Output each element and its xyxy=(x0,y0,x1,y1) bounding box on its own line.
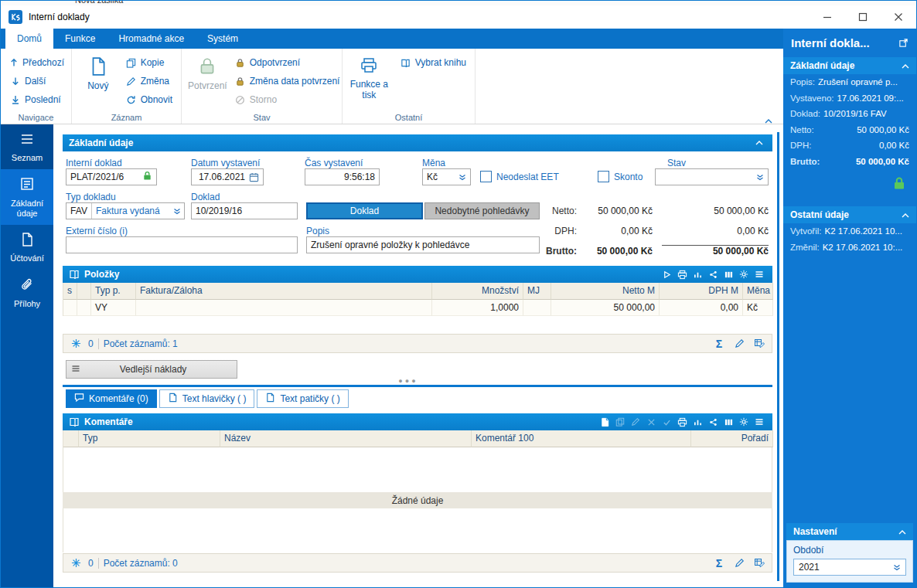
vybrat-knihu-button[interactable]: Vybrat knihu xyxy=(397,53,469,72)
tab-text-hlavicky[interactable]: Text hlavičky ( ) xyxy=(159,389,255,408)
tab-system[interactable]: Systém xyxy=(196,29,250,49)
zmena-button[interactable]: Změna xyxy=(123,72,175,90)
vertical-splitter[interactable] xyxy=(777,132,779,581)
new-document-icon[interactable] xyxy=(598,415,612,429)
maximize-button[interactable] xyxy=(845,5,881,29)
columns-icon[interactable] xyxy=(721,267,735,281)
datum-vystaveni-field[interactable]: 17.06.2021 xyxy=(191,168,264,185)
col-header-blank[interactable] xyxy=(63,430,79,447)
mena-combo[interactable]: Kč xyxy=(422,168,471,185)
col-header-poradi[interactable]: Pořadí xyxy=(691,430,773,447)
columns-icon[interactable] xyxy=(721,415,735,429)
delete-icon[interactable] xyxy=(644,415,658,429)
neodeslat-eet-checkbox[interactable]: Neodeslat EET xyxy=(480,171,559,182)
tab-text-paticky[interactable]: Text patičky ( ) xyxy=(257,389,348,408)
col-header-mena[interactable]: Měna xyxy=(743,283,773,300)
col-header-faktura-zaloha[interactable]: Faktura/Záloha xyxy=(136,283,432,300)
funkce-a-tisk-button[interactable]: Funkce a tisk xyxy=(349,53,390,110)
tab-funkce[interactable]: Funkce xyxy=(53,29,107,49)
menu-icon[interactable] xyxy=(752,267,766,281)
predchozi-button[interactable]: Předchozí xyxy=(7,53,65,72)
chevron-down-icon[interactable] xyxy=(756,174,764,181)
sidebar-item-uctovani[interactable]: Účtování xyxy=(1,225,53,270)
sum-icon[interactable]: Σ xyxy=(711,338,727,350)
col-header-nazev[interactable]: Název xyxy=(220,430,472,447)
col-header-komentar[interactable]: Komentář 100 xyxy=(472,430,691,447)
print-icon[interactable] xyxy=(675,267,689,281)
checkbox-icon[interactable] xyxy=(480,171,492,182)
stav-combo[interactable] xyxy=(655,168,769,185)
splitter-handle[interactable]: ●●● xyxy=(53,378,763,384)
open-external-icon[interactable] xyxy=(896,36,910,49)
doklad-button[interactable]: Doklad xyxy=(306,202,423,219)
chevron-down-icon[interactable] xyxy=(458,174,466,181)
collapse-chevron-icon[interactable] xyxy=(902,209,909,220)
tab-domu[interactable]: Domů xyxy=(5,29,53,49)
kopie-button[interactable]: Kopie xyxy=(123,53,175,72)
section-header-ostatni-udaje[interactable]: Ostatní údaje xyxy=(783,206,916,223)
settings-gear-icon[interactable] xyxy=(737,267,751,281)
collapse-chevron-icon[interactable] xyxy=(902,60,909,71)
section-header-nastaveni[interactable]: Nastavení xyxy=(786,523,913,540)
col-header-netto-m[interactable]: Netto M xyxy=(551,283,660,300)
sidebar-item-seznam[interactable]: Seznam xyxy=(1,124,53,169)
close-button[interactable] xyxy=(881,5,916,29)
tab-komentare[interactable]: Komentáře (0) xyxy=(66,389,157,408)
obdobi-combo[interactable]: 2021 xyxy=(793,559,906,576)
potvrzeni-button[interactable]: Potvrzení xyxy=(188,53,227,110)
snowflake-icon[interactable] xyxy=(68,558,84,568)
vedlejsi-naklady-button[interactable]: Vedlejší náklady xyxy=(66,360,237,379)
externi-cislo-field[interactable] xyxy=(66,236,298,253)
novy-button[interactable]: Nový xyxy=(78,53,118,110)
chevron-down-icon[interactable] xyxy=(173,208,181,215)
col-header-dph-m[interactable]: DPH M xyxy=(660,283,743,300)
grid-edit-icon[interactable] xyxy=(752,338,767,349)
interni-doklad-field[interactable]: PLAT/2021/6 xyxy=(66,168,157,185)
chart-icon[interactable] xyxy=(690,267,704,281)
edit-pencil-icon[interactable] xyxy=(731,338,747,348)
section-header-zakladni-udaje[interactable]: Základní údaje xyxy=(783,57,916,74)
edit-pencil-icon[interactable] xyxy=(629,415,643,429)
table-row[interactable]: VY 1,0000 50 000,00 0,00 Kč xyxy=(63,300,772,316)
check-icon[interactable] xyxy=(660,415,673,429)
share-nodes-icon[interactable] xyxy=(706,415,720,429)
menu-icon[interactable] xyxy=(752,415,766,429)
cas-vystaveni-field[interactable]: 9:56:18 xyxy=(305,168,380,185)
tab-hromadne-akce[interactable]: Hromadné akce xyxy=(107,29,196,49)
popis-field[interactable]: Zrušení opravné položky k pohledávce xyxy=(306,236,540,253)
collapse-chevron-icon[interactable] xyxy=(752,136,766,150)
collapse-chevron-icon[interactable] xyxy=(898,526,906,537)
minimize-button[interactable] xyxy=(810,5,845,29)
snowflake-icon[interactable] xyxy=(68,338,84,348)
copy-icon[interactable] xyxy=(613,415,627,429)
col-header-typ-p[interactable]: Typ p. xyxy=(91,283,136,300)
calendar-icon[interactable] xyxy=(249,172,259,182)
chevron-down-icon[interactable] xyxy=(893,564,901,571)
dalsi-button[interactable]: Další xyxy=(7,72,65,90)
checkbox-icon[interactable] xyxy=(598,171,609,182)
col-header-icon[interactable] xyxy=(77,283,91,300)
grid-edit-icon[interactable] xyxy=(752,558,767,569)
storno-button[interactable]: Storno xyxy=(232,90,343,109)
print-icon[interactable] xyxy=(675,415,689,429)
run-icon[interactable] xyxy=(660,267,673,281)
col-header-mj[interactable]: MJ xyxy=(523,283,551,300)
share-nodes-icon[interactable] xyxy=(706,267,720,281)
sidebar-item-prilohy[interactable]: Přílohy xyxy=(1,270,53,314)
horizontal-splitter[interactable] xyxy=(63,385,772,387)
doklad-field[interactable]: 10/2019/16 xyxy=(191,202,298,219)
typ-dokladu-combo[interactable]: FAV Faktura vydaná xyxy=(66,202,185,219)
edit-pencil-icon[interactable] xyxy=(731,558,747,568)
ribbon-collapse-button[interactable] xyxy=(765,115,772,126)
nedobytne-pohledavky-button[interactable]: Nedobytné pohledávky xyxy=(424,202,540,219)
col-header-typ[interactable]: Typ xyxy=(79,430,220,447)
sum-icon[interactable]: Σ xyxy=(711,557,727,569)
col-header-mnozstvi[interactable]: Množství xyxy=(432,283,523,300)
chart-icon[interactable] xyxy=(690,415,704,429)
col-header-s[interactable]: s xyxy=(63,283,77,300)
obnovit-button[interactable]: Obnovit xyxy=(123,90,175,109)
odpotvrzeni-button[interactable]: Odpotvrzení xyxy=(232,53,343,72)
sidebar-item-zakladni-udaje[interactable]: Základní údaje xyxy=(1,169,53,225)
posledni-button[interactable]: Poslední xyxy=(7,90,65,109)
settings-gear-icon[interactable] xyxy=(737,415,751,429)
